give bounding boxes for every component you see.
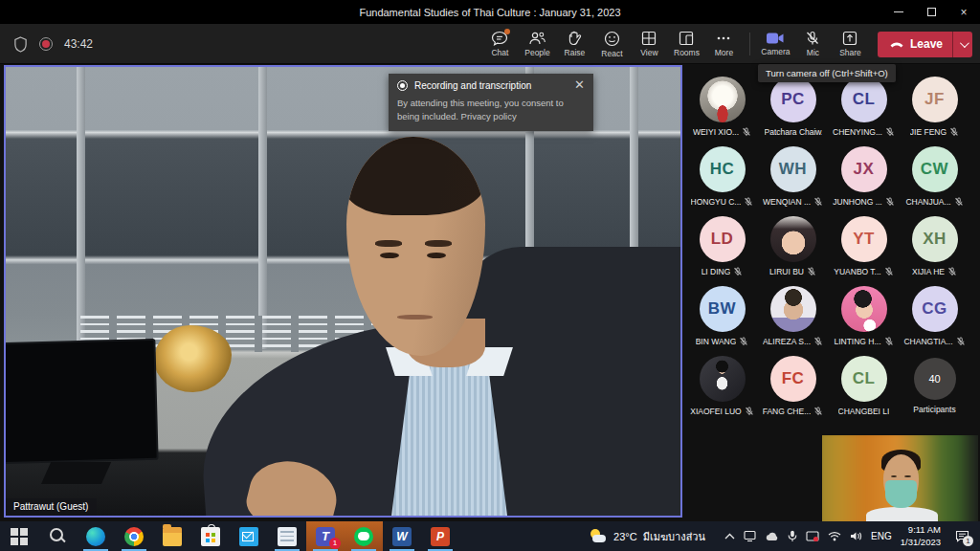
participant-tile[interactable]: JFJIE FENG [900,67,969,137]
taskbar-app-mail[interactable] [230,521,268,551]
participant-tile[interactable]: XHXIJIA HE [900,207,969,276]
muted-mic-icon [745,407,754,416]
screen-recording-icon[interactable] [806,531,819,542]
minimize-button[interactable] [882,0,915,24]
maximize-button[interactable] [915,0,947,24]
participant-tile[interactable]: LINTING H... [829,276,899,346]
chat-notification-dot [504,29,510,34]
participant-name: CHENYING... [833,127,882,137]
action-center-button[interactable]: 1 [949,521,974,551]
participant-name-row: CHANGTIA... [903,337,965,346]
taskbar-apps: 1 [0,521,459,551]
banner-close-icon[interactable]: ✕ [574,80,585,90]
taskbar-app-explorer[interactable] [153,521,191,551]
leave-button[interactable]: Leave [878,32,972,57]
camera-button[interactable]: Camera [758,25,793,63]
participant-tile[interactable]: YTYUANBO T... [829,207,899,276]
wifi-icon[interactable] [828,531,841,541]
participant-tile[interactable]: BWBIN WANG [687,276,757,346]
participant-tile[interactable]: JXJUNHONG ... [829,137,899,207]
view-button[interactable]: View [632,25,667,63]
recording-banner-title: Recording and transcription [414,80,568,91]
rooms-label: Rooms [674,48,700,57]
chrome-icon [124,527,144,546]
main-video-tile[interactable]: Pattrawut (Guest) [4,65,682,518]
taskbar-app-notepad[interactable] [268,521,306,551]
participant-name: CHANJUA... [905,197,950,207]
close-button[interactable]: × [947,0,980,24]
taskbar-app-edge[interactable] [77,521,115,551]
taskbar-app-line[interactable] [345,521,383,551]
leave-options-button[interactable] [953,32,972,57]
onedrive-cloud-icon[interactable] [765,532,779,541]
language-indicator[interactable]: ENG [871,531,892,541]
participant-name-row: XIAOFEI LUO [690,407,753,416]
teams-meeting-window: Fundamental Studies of Thai Culture : Ja… [0,0,980,551]
taskbar-clock[interactable]: 9:11 AM 1/31/2023 [901,524,941,548]
edge-icon [86,527,105,546]
taskbar-weather[interactable]: 23°C มีเมฆบางส่วน [579,521,715,551]
participant-tile[interactable]: WHWENQIAN ... [758,137,828,207]
people-button[interactable]: People [520,25,555,63]
participant-tile[interactable]: FCFANG CHE... [758,346,828,416]
taskbar-app-powerpoint[interactable] [421,521,459,551]
word-icon [392,527,412,546]
taskbar-notification-badge: 1 [329,538,341,549]
participant-name-row: WEIYI XIO... [693,127,751,137]
close-icon: × [960,6,967,19]
participant-tile[interactable]: LDLI DING [687,207,757,276]
overflow-count-circle: 40 [914,358,956,400]
share-icon [842,31,858,46]
rooms-button[interactable]: Rooms [669,25,704,63]
chat-button[interactable]: Chat [482,25,518,63]
participant-tile[interactable]: ALIREZA S... [758,276,828,346]
participant-tile[interactable]: LIRUI BU [758,207,828,276]
participant-tile[interactable]: CWCHANJUA... [900,137,969,207]
participant-name-row: CHANJUA... [905,197,963,207]
participant-tile[interactable]: WEIYI XIO... [687,67,757,137]
muted-mic-icon [813,197,823,207]
raise-hand-button[interactable]: Raise [557,25,592,63]
participant-name-row: CHANGBEI LI [838,407,890,416]
participants-overflow-tile[interactable]: 40Participants [900,346,969,416]
participant-name-row: LINTING H... [834,337,893,346]
participant-initials-avatar: CL [841,356,887,402]
participant-tile[interactable]: HCHONGYU C... [687,137,757,207]
participant-tile[interactable]: CLCHANGBEI LI [829,346,899,416]
start-icon [11,528,28,545]
window-title: Fundamental Studies of Thai Culture : Ja… [359,7,620,18]
tray-device-icon[interactable] [744,530,756,542]
muted-mic-icon [954,197,964,207]
participant-initials-avatar: JX [841,146,887,192]
participant-initials-avatar: HC [700,146,746,192]
tray-overflow-chevron-icon[interactable] [724,533,735,540]
share-button[interactable]: Share [833,25,868,63]
speaker-name-label: Pattrawut (Guest) [6,498,97,516]
mic-button[interactable]: Mic [795,25,831,63]
record-icon [397,80,408,91]
chevron-down-icon [959,38,969,48]
participant-name-row: YUANBO T... [834,267,893,276]
taskbar-app-search[interactable] [38,521,77,551]
camera-tooltip: Turn camera off (Ctrl+Shift+O) [758,64,896,82]
participant-name: ALIREZA S... [763,337,811,346]
recording-indicator-icon [39,37,53,51]
more-button[interactable]: More [706,25,742,63]
taskbar-app-start[interactable] [0,521,38,551]
taskbar-app-store[interactable] [191,521,230,551]
privacy-policy-link[interactable]: Privacy policy [461,111,517,121]
participant-name: Patchara Chaiw... [765,127,822,137]
participant-photo-avatar [700,356,746,402]
participant-tile[interactable]: XIAOFEI LUO [687,346,757,416]
taskbar-app-word[interactable] [383,521,421,551]
more-label: More [715,48,733,57]
grid-view-icon [641,31,657,46]
tray-mic-icon[interactable] [788,530,797,542]
react-button[interactable]: React [594,25,630,63]
notepad-icon [278,527,297,546]
taskbar-app-chrome[interactable] [115,521,153,551]
participant-tile[interactable]: CGCHANGTIA... [900,276,969,346]
speaker-icon[interactable] [850,531,862,541]
self-view-video[interactable] [822,435,978,522]
taskbar-app-teams[interactable]: 1 [306,521,345,551]
